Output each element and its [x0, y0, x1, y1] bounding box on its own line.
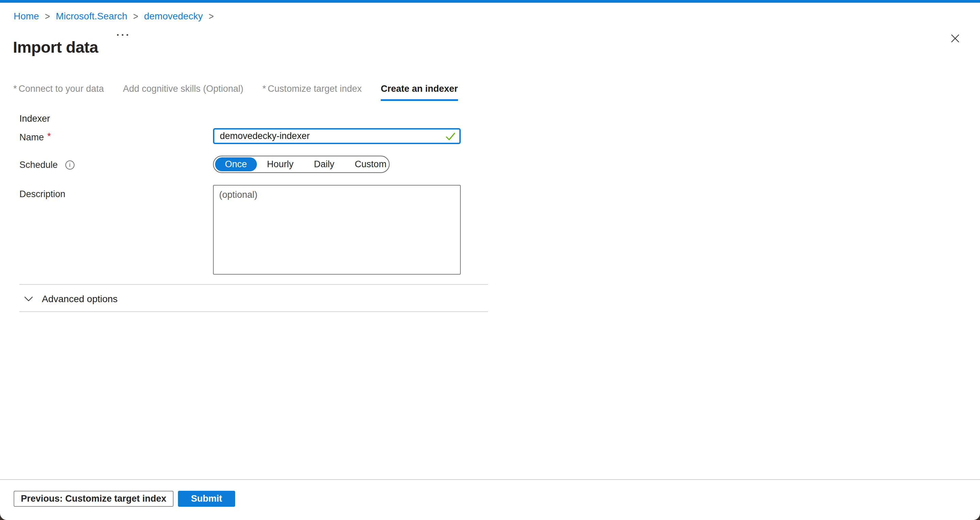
valid-check-icon	[445, 131, 456, 141]
breadcrumb-separator-icon: >	[133, 10, 138, 22]
advanced-options-toggle[interactable]: Advanced options	[24, 291, 118, 307]
breadcrumb: Home > Microsoft.Search > demovedecky >	[14, 10, 214, 22]
page-title: Import data	[13, 38, 98, 56]
name-label-text: Name	[19, 132, 44, 143]
required-marker: *	[262, 84, 266, 94]
tab-connect-to-your-data[interactable]: * Connect to your data	[13, 84, 104, 101]
name-field-label: Name *	[19, 132, 51, 143]
indexer-name-input[interactable]	[213, 128, 461, 144]
submit-button[interactable]: Submit	[178, 491, 235, 507]
schedule-segmented-control: Once Hourly Daily Custom	[213, 156, 390, 173]
schedule-option-daily[interactable]: Daily	[304, 159, 345, 170]
top-accent-bar	[0, 0, 980, 3]
required-marker: *	[13, 84, 17, 94]
tab-customize-target-index[interactable]: * Customize target index	[262, 84, 362, 101]
info-icon[interactable]: i	[65, 160, 75, 170]
wizard-tabs: * Connect to your data Add cognitive ski…	[13, 84, 458, 101]
breadcrumb-separator-icon: >	[45, 10, 50, 22]
description-field-label: Description	[19, 189, 65, 200]
schedule-label-text: Schedule	[19, 160, 58, 170]
chevron-down-icon	[24, 296, 33, 302]
tab-label: Connect to your data	[19, 84, 104, 94]
close-icon	[950, 33, 960, 43]
schedule-option-hourly[interactable]: Hourly	[257, 159, 304, 170]
description-label-text: Description	[19, 189, 65, 200]
tab-label: Create an indexer	[381, 84, 458, 94]
description-textarea[interactable]	[213, 185, 461, 274]
required-asterisk: *	[47, 131, 51, 142]
previous-step-button[interactable]: Previous: Customize target index	[14, 491, 173, 507]
tab-label: Customize target index	[268, 84, 362, 94]
breadcrumb-link-home[interactable]: Home	[14, 11, 39, 22]
close-button[interactable]	[947, 30, 963, 46]
more-options-button[interactable]: ···	[116, 30, 130, 40]
indexer-name-field	[213, 128, 461, 144]
tab-add-cognitive-skills[interactable]: Add cognitive skills (Optional)	[123, 84, 243, 101]
breadcrumb-link-microsoft-search[interactable]: Microsoft.Search	[56, 11, 127, 22]
footer-divider	[0, 479, 980, 480]
divider	[19, 284, 488, 285]
divider	[19, 311, 488, 312]
advanced-options-label: Advanced options	[42, 294, 118, 304]
tab-label: Add cognitive skills (Optional)	[123, 84, 243, 94]
tab-create-an-indexer[interactable]: Create an indexer	[381, 84, 458, 101]
breadcrumb-separator-icon: >	[208, 10, 214, 22]
indexer-section-label: Indexer	[19, 114, 50, 124]
schedule-option-once[interactable]: Once	[215, 157, 257, 171]
import-data-panel: Home > Microsoft.Search > demovedecky > …	[0, 0, 980, 520]
breadcrumb-link-demovedecky[interactable]: demovedecky	[144, 11, 203, 22]
schedule-field-label: Schedule i	[19, 160, 75, 170]
schedule-option-custom[interactable]: Custom	[345, 159, 397, 170]
